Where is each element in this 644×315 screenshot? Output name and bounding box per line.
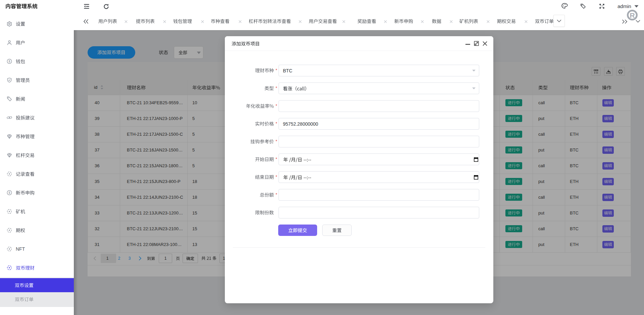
svg-text:R: R [630,11,635,19]
svg-text:$: $ [8,191,10,194]
svg-text:$: $ [8,60,10,63]
